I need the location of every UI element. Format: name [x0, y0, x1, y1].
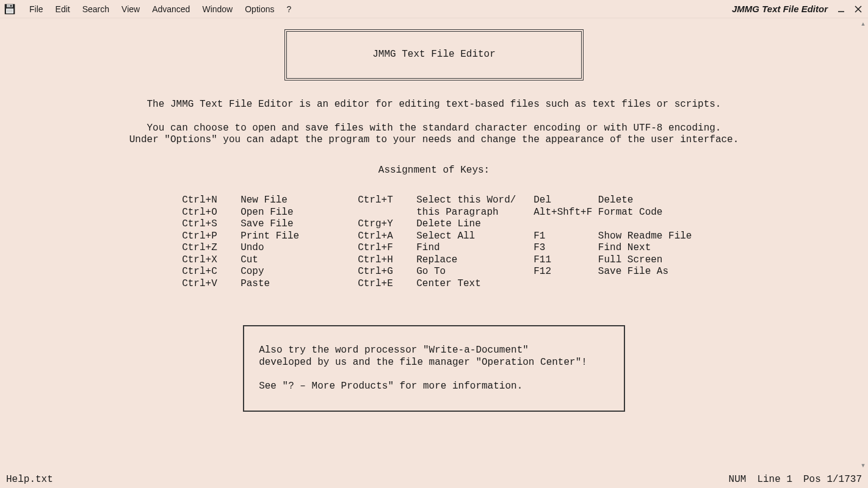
status-line: Line 1: [757, 474, 792, 485]
status-filename: Help.txt: [6, 474, 729, 485]
document-title-box: JMMG Text File Editor: [284, 29, 584, 81]
menu-search[interactable]: Search: [76, 2, 115, 16]
menu-edit[interactable]: Edit: [49, 2, 76, 16]
keys-heading: Assignment of Keys:: [0, 165, 868, 177]
scroll-down-icon[interactable]: ▼: [859, 461, 867, 470]
promo-line-4: See "? – More Products" for more informa…: [259, 381, 587, 393]
menu-advanced[interactable]: Advanced: [146, 2, 196, 16]
menubar: File Edit Search View Advanced Window Op…: [0, 0, 868, 18]
menu-file[interactable]: File: [23, 2, 49, 16]
statusbar: Help.txt NUM Line 1 Pos 1/1737: [0, 471, 868, 488]
app-icon: [4, 3, 16, 15]
promo-line-3: [259, 368, 587, 381]
vertical-scrollbar[interactable]: ▲ ▼: [859, 20, 867, 470]
intro-line-1: The JMMG Text File Editor is an editor f…: [0, 99, 868, 111]
promo-box: Also try the word processor "Write-a-Doc…: [243, 325, 625, 412]
intro-line-2: You can choose to open and save files wi…: [0, 123, 868, 135]
status-num: NUM: [729, 474, 747, 485]
menu-help[interactable]: ?: [280, 2, 297, 16]
menu-window[interactable]: Window: [196, 2, 239, 16]
intro-text: The JMMG Text File Editor is an editor f…: [0, 99, 868, 146]
close-button[interactable]: [852, 3, 864, 15]
promo-line-1: Also try the word processor "Write-a-Doc…: [259, 345, 587, 357]
menu-options[interactable]: Options: [239, 2, 280, 16]
svg-rect-2: [10, 5, 12, 7]
status-pos: Pos 1/1737: [803, 474, 862, 485]
window-controls: [835, 3, 864, 15]
scroll-up-icon[interactable]: ▲: [859, 20, 867, 28]
promo-line-2: developed by us and the file manager "Op…: [259, 357, 587, 369]
editor-body[interactable]: JMMG Text File Editor The JMMG Text File…: [0, 18, 868, 412]
menu-view[interactable]: View: [115, 2, 146, 16]
intro-line-3: Under "Options" you can adapt the progra…: [0, 134, 868, 146]
keys-grid: Ctrl+N New File Ctrl+T Select this Word/…: [176, 195, 692, 290]
document-title-text: JMMG Text File Editor: [372, 49, 496, 60]
editor-content-area[interactable]: JMMG Text File Editor The JMMG Text File…: [0, 18, 868, 471]
app-title: JMMG Text File Editor: [732, 4, 835, 14]
svg-rect-1: [7, 4, 13, 7]
minimize-button[interactable]: [835, 3, 847, 15]
